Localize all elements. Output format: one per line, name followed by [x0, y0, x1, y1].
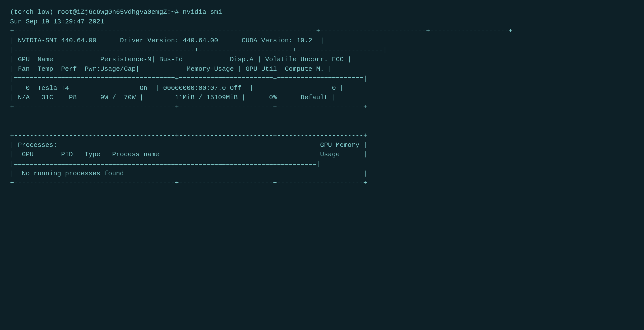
terminal-output: (torch-low) root@iZj6c6wg0n65vdhgva0emgZ…: [10, 8, 634, 188]
terminal-pre: (torch-low) root@iZj6c6wg0n65vdhgva0emgZ…: [10, 8, 634, 188]
